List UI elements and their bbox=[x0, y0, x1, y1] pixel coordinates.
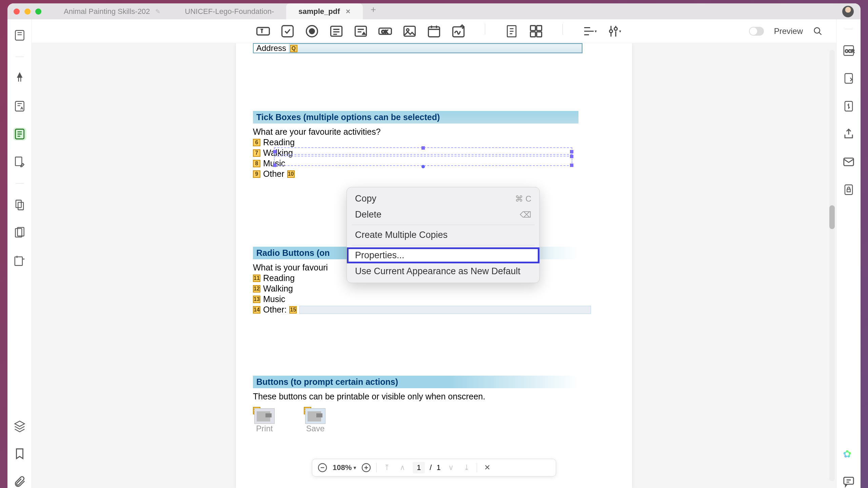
svg-rect-24 bbox=[531, 32, 536, 37]
close-window-button[interactable] bbox=[14, 8, 20, 15]
edit-pdf-icon[interactable] bbox=[13, 155, 26, 168]
fillsign-icon[interactable] bbox=[13, 100, 26, 113]
next-page-button[interactable]: ∨ bbox=[446, 462, 456, 473]
field-marker: 12 bbox=[253, 285, 260, 293]
print-button-field[interactable]: 16 Print bbox=[254, 408, 275, 433]
compress-icon[interactable] bbox=[842, 100, 855, 113]
option-other-2: 14Other:15 bbox=[253, 305, 615, 315]
checkbox-tool[interactable] bbox=[280, 24, 295, 39]
minimize-window-button[interactable] bbox=[24, 8, 31, 15]
menu-properties[interactable]: Properties... bbox=[347, 247, 539, 263]
align-tool[interactable]: ▾ bbox=[582, 24, 597, 39]
first-page-button[interactable]: ⤒ bbox=[381, 462, 392, 473]
share-icon[interactable] bbox=[842, 128, 855, 140]
printer-icon bbox=[254, 408, 275, 424]
layers-icon[interactable] bbox=[13, 419, 26, 432]
zoom-in-button[interactable] bbox=[361, 462, 372, 473]
save-button-field[interactable]: 17 Save bbox=[305, 408, 326, 433]
page-ops-icon[interactable] bbox=[13, 199, 26, 211]
listbox-tool[interactable] bbox=[329, 24, 344, 39]
pencil-icon: ✎ bbox=[155, 8, 160, 15]
buttons-desc: These buttons can be printable or visibl… bbox=[253, 392, 615, 401]
duplicate-icon[interactable] bbox=[13, 226, 26, 239]
menu-shortcut: ⌫ bbox=[520, 210, 531, 220]
scrollbar[interactable] bbox=[829, 50, 835, 481]
tab-unicef-lego[interactable]: UNICEF-Lego-Foundation- bbox=[173, 3, 286, 19]
page-input[interactable]: 1 bbox=[413, 462, 425, 473]
address-field[interactable]: Q bbox=[289, 44, 582, 53]
other-field[interactable] bbox=[299, 306, 591, 314]
menu-delete[interactable]: Delete ⌫ bbox=[347, 207, 539, 223]
menu-use-default[interactable]: Use Current Appearance as New Default bbox=[347, 263, 539, 279]
toolbar-separator bbox=[563, 24, 563, 35]
menu-create-copies[interactable]: Create Multiple Copies bbox=[347, 227, 539, 243]
rail-separator bbox=[16, 183, 24, 184]
titlebar: Animal Painting Skills-202 ✎ UNICEF-Lego… bbox=[7, 3, 861, 19]
preview-toggle[interactable] bbox=[749, 27, 764, 36]
svg-rect-25 bbox=[537, 32, 542, 37]
signature-tool[interactable] bbox=[451, 24, 466, 39]
date-tool[interactable] bbox=[427, 24, 441, 39]
page-separator: / bbox=[430, 463, 432, 472]
grid-icon[interactable] bbox=[529, 24, 544, 39]
menu-label: Use Current Appearance as New Default bbox=[355, 266, 520, 277]
print-label: Print bbox=[254, 424, 275, 433]
option-walking: 7Walking bbox=[253, 148, 615, 158]
option-label: Other bbox=[263, 169, 284, 179]
email-icon[interactable] bbox=[842, 155, 855, 168]
edit-form-icon[interactable] bbox=[13, 128, 26, 140]
text-field-tool[interactable] bbox=[256, 24, 271, 39]
zoom-out-button[interactable] bbox=[317, 462, 328, 473]
maximize-window-button[interactable] bbox=[35, 8, 41, 15]
svg-point-18 bbox=[407, 29, 409, 31]
close-bottombar-button[interactable]: ✕ bbox=[482, 462, 493, 473]
save-label: Save bbox=[305, 424, 326, 433]
thumbnails-icon[interactable] bbox=[13, 29, 26, 42]
scrollbar-thumb[interactable] bbox=[829, 205, 835, 229]
annotate-icon[interactable] bbox=[13, 72, 26, 85]
attachment-icon[interactable] bbox=[13, 475, 26, 488]
ai-icon[interactable] bbox=[842, 447, 855, 460]
menu-copy[interactable]: Copy ⌘ C bbox=[347, 191, 539, 207]
svg-rect-10 bbox=[282, 25, 293, 37]
app-window: Animal Painting Skills-202 ✎ UNICEF-Lego… bbox=[7, 3, 861, 488]
field-marker: 8 bbox=[253, 160, 260, 167]
left-sidebar bbox=[7, 19, 32, 488]
svg-rect-22 bbox=[531, 25, 536, 31]
context-menu: Copy ⌘ C Delete ⌫ Create Multiple Copies… bbox=[347, 187, 540, 283]
bookmark-icon[interactable] bbox=[13, 447, 26, 460]
menu-label: Create Multiple Copies bbox=[355, 230, 448, 240]
svg-rect-23 bbox=[537, 25, 542, 31]
prev-page-button[interactable]: ∧ bbox=[397, 462, 408, 473]
radio-tool[interactable] bbox=[304, 24, 319, 39]
tools-icon[interactable]: ▾ bbox=[606, 24, 621, 39]
zoom-level[interactable]: 108%▾ bbox=[333, 463, 356, 472]
comment-icon[interactable] bbox=[842, 475, 855, 488]
tab-animal-painting[interactable]: Animal Painting Skills-202 ✎ bbox=[52, 3, 173, 19]
option-label: Music bbox=[263, 158, 285, 168]
crop-icon[interactable] bbox=[13, 254, 26, 267]
tab-label: UNICEF-Lego-Foundation- bbox=[185, 7, 274, 16]
close-tab-icon[interactable]: ✕ bbox=[346, 8, 351, 15]
page-icon[interactable] bbox=[504, 24, 519, 39]
tab-sample-pdf[interactable]: sample_pdf ✕ bbox=[286, 3, 362, 19]
dropdown-tool[interactable] bbox=[353, 24, 368, 39]
option-label: Walking bbox=[263, 284, 293, 294]
button-tool[interactable]: OK bbox=[378, 24, 393, 39]
protect-icon[interactable] bbox=[842, 183, 855, 196]
user-avatar[interactable] bbox=[842, 6, 854, 17]
bottombar-separator bbox=[477, 463, 477, 472]
field-marker: 13 bbox=[253, 296, 260, 303]
preview-label: Preview bbox=[774, 26, 803, 36]
image-tool[interactable] bbox=[402, 24, 417, 39]
search-icon[interactable] bbox=[813, 26, 823, 36]
option-music-2: 13Music bbox=[253, 294, 615, 304]
ocr-icon[interactable]: OCR bbox=[842, 44, 855, 57]
option-reading: 6Reading bbox=[253, 137, 615, 147]
export-icon[interactable] bbox=[842, 72, 855, 85]
add-tab-button[interactable]: ＋ bbox=[363, 3, 384, 19]
field-marker: 15 bbox=[289, 306, 297, 314]
bottombar-separator bbox=[376, 463, 377, 472]
last-page-button[interactable]: ⤓ bbox=[461, 462, 472, 473]
bottom-toolbar: 108%▾ ⤒ ∧ 1 / 1 ∨ ⤓ ✕ bbox=[312, 459, 556, 476]
